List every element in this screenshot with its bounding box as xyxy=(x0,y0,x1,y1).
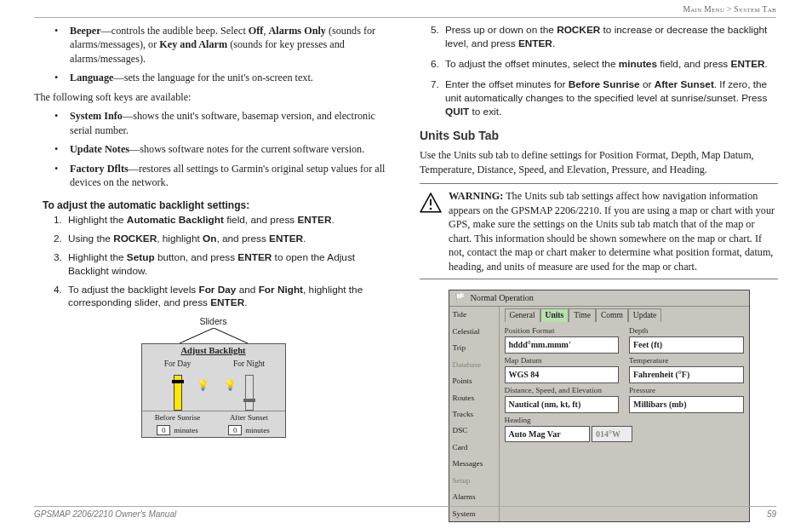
sidebar-alarms[interactable]: Alarms xyxy=(449,489,499,505)
heading-field[interactable]: Auto Mag Var xyxy=(505,426,590,443)
bullet-language: Language—sets the language for the unit'… xyxy=(54,71,392,84)
bulb-icon: 💡 xyxy=(197,378,209,392)
after-sunset-label: After Sunset xyxy=(214,411,285,423)
dse-label: Distance, Speed, and Elevation xyxy=(505,385,620,395)
page-footer: GPSMAP 2206/2210 Owner's Manual 59 xyxy=(34,506,776,519)
sidebar-celestial[interactable]: Celestial xyxy=(449,323,499,339)
for-day-label: For Day xyxy=(142,358,214,370)
pressure-field[interactable]: Millibars (mb) xyxy=(629,396,744,413)
dse-field[interactable]: Nautical (nm, kt, ft) xyxy=(505,396,620,413)
svg-line-0 xyxy=(180,328,214,343)
breadcrumb-left: Main Menu xyxy=(683,5,724,14)
breadcrumb: Main Menu > System Tab xyxy=(683,5,776,14)
left-column: Beeper—controls the audible beep. Select… xyxy=(34,10,392,522)
tab-comm[interactable]: Comm xyxy=(596,308,628,322)
step-6: To adjust the offset minutes, select the… xyxy=(442,58,778,72)
sidebar-tracks[interactable]: Tracks xyxy=(449,405,499,422)
heading-var-field: 014°W xyxy=(592,426,632,443)
for-night-label: For Night xyxy=(214,358,285,370)
tab-update[interactable]: Update xyxy=(628,308,661,322)
backlight-figure: Sliders Adjust Backlight For Day For Nig… xyxy=(133,315,294,437)
softkey-intro: The following soft keys are available: xyxy=(34,90,392,104)
warning-text: WARNING: The Units sub tab settings affe… xyxy=(449,189,778,273)
dialog-title: Adjust Backlight xyxy=(142,344,285,358)
bulb-dim-icon: 💡 xyxy=(224,378,237,392)
sidebar-setup: Setup xyxy=(449,472,499,488)
datum-field[interactable]: WGS 84 xyxy=(505,366,620,383)
minutes-label-left: minutes xyxy=(174,425,198,435)
day-slider[interactable] xyxy=(174,375,182,411)
tab-units[interactable]: Units xyxy=(540,308,569,322)
tab-general[interactable]: General xyxy=(505,308,540,322)
caption-arrows xyxy=(133,328,294,343)
bullet-list-2: System Info—shows the unit's software, b… xyxy=(54,109,392,189)
adjust-heading: To adjust the automatic backlight settin… xyxy=(43,198,392,212)
units-title-bar: 🏳️ Normal Operation xyxy=(449,290,749,307)
units-tabs: General Units Time Comm Update xyxy=(505,308,744,322)
before-minutes-field[interactable]: 0 xyxy=(157,425,170,435)
warning-icon xyxy=(420,189,442,273)
units-figure: 🏳️ Normal Operation Tide Celestial Trip … xyxy=(449,290,750,522)
page: Beeper—controls the audible beep. Select… xyxy=(0,0,812,522)
minutes-label-right: minutes xyxy=(245,425,270,435)
warning-box: WARNING: The Units sub tab settings affe… xyxy=(420,183,778,279)
step-3: Highlight the Setup button, and press EN… xyxy=(65,251,392,279)
units-main: General Units Time Comm Update Position … xyxy=(499,307,749,521)
before-sunrise-label: Before Sunrise xyxy=(142,411,214,423)
sidebar-trip[interactable]: Trip xyxy=(449,340,499,356)
datum-label: Map Datum xyxy=(505,355,620,365)
night-slider[interactable] xyxy=(245,375,254,411)
sidebar-tide[interactable]: Tide xyxy=(449,307,499,323)
units-sidebar: Tide Celestial Trip Database Points Rout… xyxy=(449,307,499,521)
step-5: Press up or down on the ROCKER to increa… xyxy=(442,24,778,51)
flag-icon: 🏳️ xyxy=(455,292,466,304)
heading-label: Heading xyxy=(505,415,744,425)
footer-title: GPSMAP 2206/2210 Owner's Manual xyxy=(34,509,176,519)
step-4: To adjust the backlight levels For Day a… xyxy=(65,284,392,311)
right-steps: Press up or down on the ROCKER to increa… xyxy=(420,24,778,119)
units-subtab-heading: Units Sub Tab xyxy=(420,128,778,144)
temp-label: Temperature xyxy=(629,355,744,365)
header-rule xyxy=(34,17,776,18)
units-title: Normal Operation xyxy=(471,292,534,304)
posfmt-label: Position Format xyxy=(505,325,620,336)
adjust-steps: Highlight the Automatic Backlight field,… xyxy=(43,214,392,311)
adjust-backlight-dialog: Adjust Backlight For Day For Night 💡 💡 xyxy=(141,343,286,438)
depth-field[interactable]: Feet (ft) xyxy=(629,336,744,354)
posfmt-field[interactable]: hddd°mm.mmm' xyxy=(505,336,620,354)
breadcrumb-right: System Tab xyxy=(734,5,776,14)
right-column: Press up or down on the ROCKER to increa… xyxy=(420,10,778,522)
depth-label: Depth xyxy=(629,325,744,336)
page-number: 59 xyxy=(767,509,776,519)
bullet-list-1: Beeper—controls the audible beep. Select… xyxy=(54,24,392,85)
units-subtab-text: Use the Units sub tab to define settings… xyxy=(420,148,778,176)
bullet-updatenotes: Update Notes—shows software notes for th… xyxy=(54,142,392,156)
bullet-beeper: Beeper—controls the audible beep. Select… xyxy=(54,24,392,66)
pressure-label: Pressure xyxy=(629,385,744,395)
sidebar-database: Database xyxy=(449,356,499,372)
sidebar-messages[interactable]: Messages xyxy=(449,456,499,472)
svg-line-1 xyxy=(214,328,248,343)
step-2: Using the ROCKER, highlight On, and pres… xyxy=(65,233,392,246)
svg-point-4 xyxy=(430,208,432,210)
sidebar-routes[interactable]: Routes xyxy=(449,389,499,405)
after-minutes-field[interactable]: 0 xyxy=(228,425,242,435)
sidebar-points[interactable]: Points xyxy=(449,373,499,389)
bullet-factorydflts: Factory Dflts—restores all settings to G… xyxy=(54,162,392,190)
step-7: Enter the offset minutes for Before Sunr… xyxy=(442,78,778,119)
sidebar-dsc[interactable]: DSC xyxy=(449,423,499,439)
temp-field[interactable]: Fahrenheit (°F) xyxy=(629,366,744,383)
sidebar-card[interactable]: Card xyxy=(449,439,499,455)
bullet-systeminfo: System Info—shows the unit's software, b… xyxy=(54,109,392,137)
figure-caption: Sliders xyxy=(133,315,294,327)
tab-time[interactable]: Time xyxy=(569,308,596,322)
step-1: Highlight the Automatic Backlight field,… xyxy=(65,214,392,227)
